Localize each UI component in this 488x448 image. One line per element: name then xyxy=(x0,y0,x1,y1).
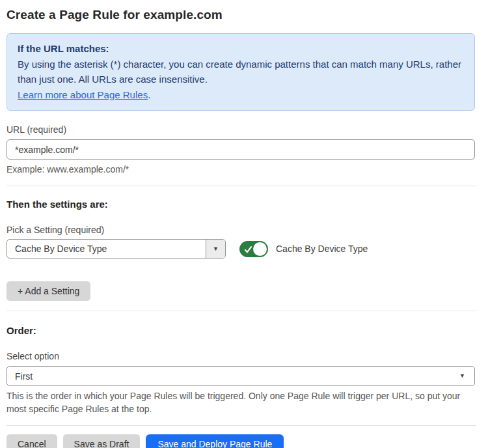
divider xyxy=(7,425,476,426)
order-select-value: First xyxy=(15,371,33,382)
url-label: URL (required) xyxy=(7,124,481,135)
link-suffix: . xyxy=(148,89,150,100)
order-select[interactable]: First ▼ xyxy=(7,366,475,386)
divider xyxy=(7,311,476,311)
settings-heading: Then the settings are: xyxy=(7,199,481,210)
page-title: Create a Page Rule for example.com xyxy=(7,8,481,22)
chevron-down-icon: ▼ xyxy=(213,246,219,252)
chevron-down-icon: ▼ xyxy=(459,373,465,379)
add-setting-button[interactable]: + Add a Setting xyxy=(7,281,90,301)
order-helper: This is the order in which your Page Rul… xyxy=(7,389,476,415)
url-match-info-box: If the URL matches: By using the asteris… xyxy=(7,33,475,111)
select-option-label: Select option xyxy=(7,351,481,361)
check-icon xyxy=(244,245,252,253)
url-helper: Example: www.example.com/* xyxy=(7,164,481,175)
save-deploy-button[interactable]: Save and Deploy Page Rule xyxy=(146,434,284,448)
url-input[interactable] xyxy=(7,139,475,160)
info-box-link-line: Learn more about Page Rules. xyxy=(18,87,464,103)
toggle-knob xyxy=(253,242,267,256)
order-heading: Order: xyxy=(7,325,481,336)
setting-toggle[interactable] xyxy=(239,241,268,257)
divider xyxy=(7,186,476,186)
setting-dropdown-value: Cache By Device Type xyxy=(7,244,206,254)
create-page-rule-form: Create a Page Rule for example.com If th… xyxy=(0,0,488,448)
cancel-button[interactable]: Cancel xyxy=(7,434,57,448)
setting-dropdown[interactable]: Cache By Device Type ▼ xyxy=(7,239,226,259)
learn-more-link[interactable]: Learn more about Page Rules xyxy=(18,89,148,100)
save-draft-button[interactable]: Save as Draft xyxy=(63,434,141,448)
info-box-body: By using the asterisk (*) character, you… xyxy=(18,57,464,87)
action-button-row: Cancel Save as Draft Save and Deploy Pag… xyxy=(7,434,481,448)
setting-dropdown-arrow-button[interactable]: ▼ xyxy=(206,240,225,258)
setting-row: Cache By Device Type ▼ Cache By Device T… xyxy=(7,239,481,259)
info-box-heading: If the URL matches: xyxy=(18,41,464,57)
pick-setting-label: Pick a Setting (required) xyxy=(7,225,481,235)
setting-toggle-label: Cache By Device Type xyxy=(276,244,368,254)
